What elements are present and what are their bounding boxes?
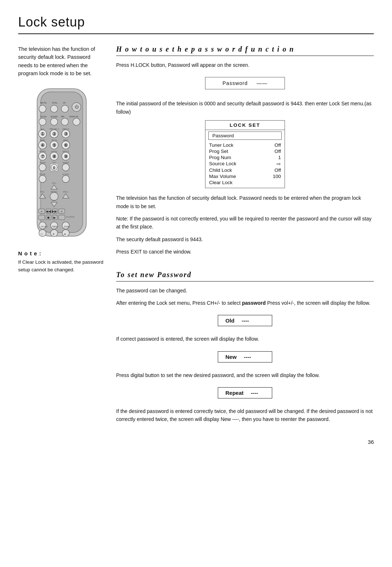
new-label: New xyxy=(225,354,237,360)
svg-text:②: ② xyxy=(52,131,56,137)
page-number: 36 xyxy=(18,439,374,445)
section1-heading: H o w t o u s e t h e p a s s w o r d f … xyxy=(116,45,374,56)
svg-text:①: ① xyxy=(41,131,45,137)
section2-heading: To set new Password xyxy=(116,271,374,282)
new-display-wrapper: New ---- xyxy=(116,348,374,366)
section1-intro: Press H.LOCK button, Password will appea… xyxy=(116,61,374,69)
remote-svg: MUTE STILL I/II ⏻ SCAN SLEEP PIP DISPLAY xyxy=(33,86,91,238)
remote-control-image: MUTE STILL I/II ⏻ SCAN SLEEP PIP DISPLAY xyxy=(18,86,105,239)
svg-point-5 xyxy=(39,105,46,113)
lock-set-row-value: Off xyxy=(274,149,281,154)
svg-text:⊕: ⊕ xyxy=(64,232,66,235)
section1-body3: Note: If the password is not correctly e… xyxy=(116,215,374,231)
svg-point-7 xyxy=(61,105,69,113)
svg-text:I/II: I/II xyxy=(63,101,66,104)
svg-point-14 xyxy=(39,118,46,125)
section2-intro3: Press vol+/-, the screen will display th… xyxy=(267,300,370,306)
svg-text:0: 0 xyxy=(53,166,55,170)
svg-point-15 xyxy=(50,118,58,125)
svg-text:◀◀: ◀◀ xyxy=(46,210,51,213)
lock-set-row-label: Prog Set xyxy=(209,149,228,154)
svg-text:TV/AV: TV/AV xyxy=(39,161,46,164)
svg-text:VOL-: VOL- xyxy=(40,190,45,193)
lock-set-row: Prog Num1 xyxy=(208,154,282,161)
svg-text:⑨: ⑨ xyxy=(64,154,68,159)
svg-text:≡: ≡ xyxy=(41,210,42,213)
old-display-wrapper: Old ---- xyxy=(116,311,374,330)
repeat-label: Repeat xyxy=(225,390,244,396)
svg-text:MUTE: MUTE xyxy=(40,101,46,104)
svg-text:*TV: *TV xyxy=(52,161,56,164)
section2-body1: If correct password is entered, the scre… xyxy=(116,335,374,343)
section2-body2: Press digital button to set the new desi… xyxy=(116,371,374,379)
svg-text:S.STD: S.STD xyxy=(62,173,69,175)
new-dashes: ---- xyxy=(244,354,251,360)
old-display-box: Old ---- xyxy=(218,315,272,326)
section1-body2: The television has the function of secur… xyxy=(116,194,374,210)
svg-text:④: ④ xyxy=(41,143,45,148)
lock-set-menu: LOCK SET Password Tuner LockOffProg SetO… xyxy=(205,120,285,188)
section2-intro1: The password can be changed. xyxy=(116,287,374,295)
lock-set-selected-item: Password xyxy=(208,131,282,140)
lock-set-row-value: 1 xyxy=(278,155,281,160)
section2-intro2-wrap: After entering the Lock set menu, Press … xyxy=(116,299,374,307)
svg-point-55 xyxy=(39,175,46,183)
lock-set-row-label: Clear Lock xyxy=(209,180,233,185)
note-text: If Clear Lock is activated, the password… xyxy=(18,259,105,274)
svg-text:⏹: ⏹ xyxy=(47,216,50,219)
svg-text:PIP: PIP xyxy=(61,115,65,118)
old-dashes: ---- xyxy=(242,317,249,324)
svg-point-16 xyxy=(61,118,69,125)
password-label: Password xyxy=(222,80,248,86)
section1-body5: Press EXIT to cancel the window. xyxy=(116,248,374,256)
svg-text:SLEEP: SLEEP xyxy=(50,115,58,118)
svg-point-17 xyxy=(73,118,80,125)
lock-set-row: Prog SetOff xyxy=(208,148,282,154)
lock-set-container: LOCK SET Password Tuner LockOffProg SetO… xyxy=(116,120,374,188)
svg-text:⏸: ⏸ xyxy=(52,232,55,235)
lock-set-rows: Tuner LockOffProg SetOffProg Num1Source … xyxy=(205,141,285,188)
svg-text:P.STD: P.STD xyxy=(39,173,46,175)
svg-text:⑦: ⑦ xyxy=(41,154,45,159)
svg-text:CH+: CH+ xyxy=(52,182,57,184)
svg-text:▶▶: ▶▶ xyxy=(52,210,57,213)
lock-set-row: Tuner LockOff xyxy=(208,142,282,148)
svg-rect-80 xyxy=(58,215,65,219)
svg-text:CH LIST: CH LIST xyxy=(41,226,48,228)
lock-set-row-value: ⇨ xyxy=(277,161,281,167)
lock-set-row: Clear Lock xyxy=(208,179,282,186)
lock-set-row-label: Child Lock xyxy=(209,167,232,173)
svg-text:⑤: ⑤ xyxy=(52,143,56,148)
lock-set-row: Source Lock⇨ xyxy=(208,161,282,167)
svg-text:≡: ≡ xyxy=(61,210,62,213)
lock-set-row-label: Source Lock xyxy=(209,161,236,167)
section2-intro2: After entering the Lock set menu, Press … xyxy=(116,300,241,306)
note-title: N o t e : xyxy=(18,250,105,256)
svg-text:TIMER: TIMER xyxy=(52,226,58,228)
lock-set-row-value: Off xyxy=(274,142,281,148)
right-column: H o w t o u s e t h e p a s s w o r d f … xyxy=(116,45,374,428)
svg-text:H.LOCK: H.LOCK xyxy=(66,215,75,218)
svg-text:STILL: STILL xyxy=(52,101,58,104)
svg-text:⑧: ⑧ xyxy=(52,154,56,159)
svg-point-6 xyxy=(50,105,58,113)
lock-set-row: Child LockOff xyxy=(208,167,282,173)
intro-text: The television has the function of secur… xyxy=(18,45,105,78)
lock-set-row-value: Off xyxy=(274,167,281,173)
lock-set-row: Max Volume100 xyxy=(208,173,282,179)
svg-text:⏻: ⏻ xyxy=(75,105,79,109)
svg-text:SWAP: SWAP xyxy=(62,161,69,164)
lock-set-row-label: Max Volume xyxy=(209,174,236,179)
old-label: Old xyxy=(225,317,234,324)
repeat-display-box: Repeat ---- xyxy=(218,387,272,398)
svg-point-48 xyxy=(39,164,46,171)
new-display-box: New ---- xyxy=(218,351,272,363)
svg-rect-75 xyxy=(38,215,45,219)
section1-body1: The initial password of the television i… xyxy=(116,100,374,116)
svg-text:③: ③ xyxy=(64,131,68,137)
repeat-display-wrapper: Repeat ---- xyxy=(116,384,374,402)
svg-text:ZOOM: ZOOM xyxy=(64,226,69,228)
password-dashes: —— xyxy=(257,80,268,86)
repeat-dashes: ---- xyxy=(251,390,258,396)
svg-text:VOL+: VOL+ xyxy=(63,190,69,193)
